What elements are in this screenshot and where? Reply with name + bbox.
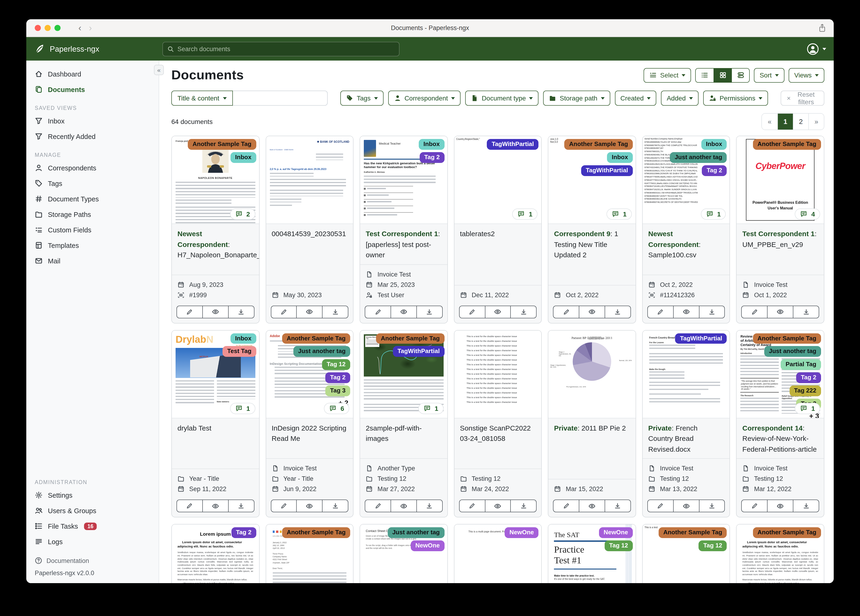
document-card[interactable]: Serial Number,Company Name,Employe978818… [642, 136, 730, 323]
edit-button[interactable] [177, 500, 202, 512]
document-thumbnail[interactable]: Test Name123-456-7890January 2, 2022 Jul… [266, 525, 353, 583]
tag-badge[interactable]: Another Sample Tag [282, 527, 350, 538]
sidebar-item-mail[interactable]: Mail [26, 253, 159, 269]
view-mode-grid[interactable] [714, 68, 731, 82]
edit-button[interactable] [177, 306, 202, 317]
document-card[interactable]: DrylabNfor film professionalsNETFLIXNew … [171, 330, 259, 517]
edit-button[interactable] [365, 306, 391, 317]
pagination-page-1[interactable]: 1 [777, 114, 793, 130]
tag-badge[interactable]: Another Sample Tag [282, 333, 350, 344]
document-thumbnail[interactable]: This is a test for the double space char… [454, 330, 541, 418]
sort-button[interactable]: Sort [754, 68, 784, 82]
tag-badge[interactable]: Another Sample Tag [376, 333, 444, 344]
tag-badge[interactable]: Inbox [231, 152, 256, 163]
sidebar-item-documents[interactable]: Documents [26, 82, 159, 97]
download-button[interactable] [793, 500, 819, 512]
document-title[interactable]: 0004814539_20230531 [266, 224, 353, 285]
download-button[interactable] [605, 306, 631, 317]
document-title[interactable]: Newest Correspondent: Sample100.csv [643, 224, 730, 274]
document-card[interactable]: one,1.0 five,5.0Another Sample TagInboxT… [548, 136, 636, 323]
sidebar-item-users-groups[interactable]: Users & Groups [26, 503, 159, 519]
preview-button[interactable] [579, 306, 605, 317]
reset-filters-button[interactable]: × Reset filters [781, 91, 824, 106]
tag-badge[interactable]: Inbox [419, 139, 444, 150]
document-correspondent[interactable]: Test Correspondent 1 [742, 229, 815, 237]
tag-badge[interactable]: Test Tag [223, 346, 256, 357]
document-card[interactable]: This is a multi page document. Page 1.Ne… [454, 524, 542, 583]
tag-badge[interactable]: Inbox [701, 139, 727, 150]
sidebar-item-logs[interactable]: Logs [26, 534, 159, 549]
document-card[interactable]: Medical TeacherHas the new Kirkpatrick g… [359, 136, 447, 323]
document-card[interactable]: Patient BP Distribution 2011Isolated Sys… [548, 330, 636, 517]
filter-tags-button[interactable]: Tags [341, 91, 383, 106]
document-title[interactable]: InDesign 2022 Scripting Read Me [266, 418, 353, 458]
tag-badge[interactable]: NewOne [599, 527, 633, 538]
document-card[interactable]: This is a testAnother Sample TagTag 12 [642, 524, 730, 583]
download-button[interactable] [416, 306, 442, 317]
document-thumbnail[interactable]: This is a multi page document. Page 1.Ne… [454, 525, 541, 583]
document-card[interactable]: Lorem ipsumLorem ipsum dolor sit amet, c… [171, 524, 259, 583]
comment-count-badge[interactable]: 1 [701, 209, 726, 220]
document-thumbnail[interactable]: Lorem ipsumLorem ipsum dolor sit amet, c… [737, 525, 824, 583]
global-search[interactable] [162, 42, 400, 56]
download-button[interactable] [699, 500, 725, 512]
preview-button[interactable] [673, 306, 699, 317]
sidebar-item-templates[interactable]: Templates [26, 237, 159, 253]
edit-button[interactable] [365, 500, 391, 512]
comment-count-badge[interactable]: 1 [795, 402, 820, 414]
pagination-next[interactable]: » [808, 114, 824, 130]
filter-correspondent-button[interactable]: Correspondent [388, 91, 460, 106]
document-correspondent[interactable]: Newest Correspondent [177, 229, 228, 248]
download-button[interactable] [605, 500, 631, 512]
document-card[interactable]: CyberPowerPowerPanel® Business EditionUs… [736, 136, 824, 323]
tag-badge[interactable]: Tag 2 [325, 372, 350, 383]
document-card[interactable]: Review ofof Arbitral ACertainty of Award… [736, 330, 824, 517]
document-thumbnail[interactable]: French Country BreadFor the LeavenMake t… [643, 330, 730, 418]
document-title[interactable]: tablerates2 [454, 224, 541, 285]
document-title[interactable]: Test Correspondent 1: [paperless] test p… [360, 224, 447, 264]
document-card[interactable]: Boundary Waters TripAnother Sample TagTa… [359, 330, 447, 517]
documentation-link[interactable]: Documentation [35, 554, 150, 567]
document-thumbnail[interactable]: AdobeInDesign Scripting DocumentationAno… [266, 330, 353, 418]
document-card[interactable]: This is a test for the double space char… [454, 330, 542, 517]
document-card[interactable]: Contact Sheet DemoGiven a set of image f… [359, 524, 447, 583]
sidebar-collapse-button[interactable]: « [154, 65, 164, 75]
preview-button[interactable] [767, 306, 793, 317]
tag-badge[interactable]: Another Sample Tag [565, 139, 633, 150]
user-menu[interactable] [807, 42, 826, 55]
tag-badge[interactable]: NewOne [411, 541, 444, 551]
document-title[interactable]: Correspondent 9: 1 Testing New Title Upd… [549, 224, 636, 285]
tag-badge[interactable]: Just another tag [670, 152, 727, 163]
pagination-previous[interactable]: « [762, 114, 777, 130]
sidebar-item-recently-added[interactable]: Recently Added [26, 129, 159, 144]
sidebar-item-inbox[interactable]: Inbox [26, 113, 159, 129]
sidebar-item-settings[interactable]: Settings [26, 487, 159, 503]
sidebar-item-dashboard[interactable]: Dashboard [26, 66, 159, 82]
preview-button[interactable] [391, 500, 416, 512]
tag-badge[interactable]: Just another tag [388, 527, 444, 538]
document-thumbnail[interactable]: Lorem ipsumLorem ipsum dolor sit amet, c… [172, 525, 259, 583]
tag-badge[interactable]: Tag 2 [419, 152, 444, 163]
sidebar-item-correspondents[interactable]: Correspondents [26, 160, 159, 176]
document-thumbnail[interactable]: Medical TeacherHas the new Kirkpatrick g… [360, 136, 447, 224]
download-button[interactable] [322, 500, 348, 512]
tag-badge[interactable]: Tag 2 [702, 165, 727, 176]
pagination-page-2[interactable]: 2 [793, 114, 808, 130]
sidebar-item-tags[interactable]: Tags [26, 176, 159, 191]
document-card[interactable]: Lorem ipsumLorem ipsum dolor sit amet, c… [736, 524, 824, 583]
preview-button[interactable] [485, 500, 510, 512]
download-button[interactable] [416, 500, 442, 512]
preview-button[interactable] [297, 500, 322, 512]
document-thumbnail[interactable]: This is a testAnother Sample TagTag 12 [643, 525, 730, 583]
comment-count-badge[interactable]: 1 [418, 402, 444, 414]
document-thumbnail[interactable]: Boundary Waters TripAnother Sample TagTa… [360, 330, 447, 418]
tag-badge[interactable]: Inbox [231, 333, 256, 344]
tag-badge[interactable]: Tag 12 [322, 360, 350, 370]
filter-document-type-button[interactable]: Document type [465, 91, 538, 106]
document-thumbnail[interactable]: ✸ BANK OF SCOTLANDBank of Scotland · 108… [266, 136, 353, 224]
tag-badge[interactable]: Another Sample Tag [753, 527, 821, 538]
edit-button[interactable] [648, 500, 673, 512]
sidebar-item-custom-fields[interactable]: Custom Fields [26, 222, 159, 237]
preview-button[interactable] [767, 500, 793, 512]
document-title[interactable]: Correspondent 14: Review-of-New-York-Fed… [737, 418, 824, 458]
